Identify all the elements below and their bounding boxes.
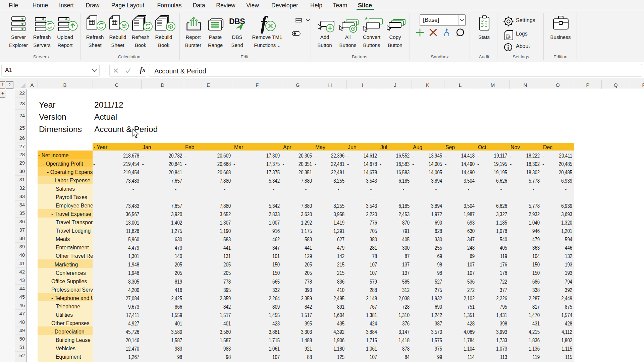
svg-text:LOG: LOG bbox=[506, 36, 511, 38]
